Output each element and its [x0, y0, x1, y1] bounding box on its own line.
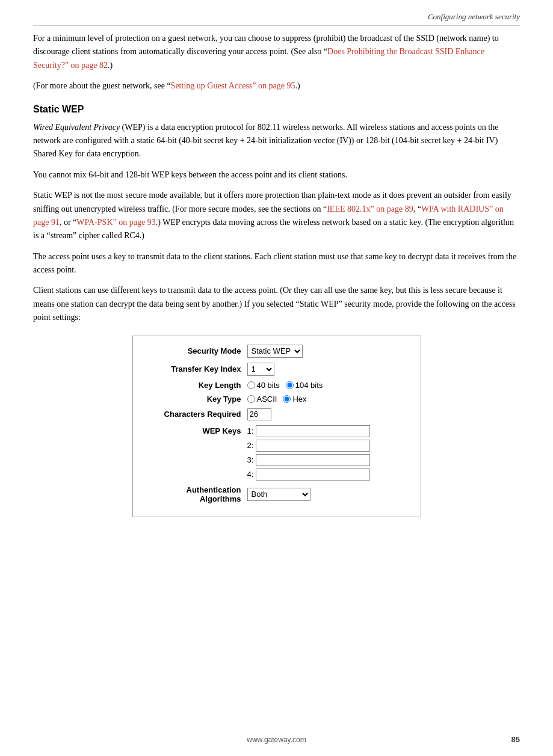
paragraph-3: Wired Equivalent Privacy (WEP) is a data…: [33, 121, 520, 161]
key-type-row: Key Type ASCII Hex: [145, 395, 409, 404]
transfer-key-index-row: Transfer Key Index 1 2 3 4: [145, 363, 409, 376]
wep-key-2-input[interactable]: [256, 440, 370, 452]
wep-key-1-row: 1:: [247, 425, 371, 437]
key-length-control: 40 bits 104 bits: [247, 381, 409, 390]
wep-key-4-label: 4:: [247, 470, 254, 479]
transfer-key-index-select[interactable]: 1 2 3 4: [247, 363, 274, 376]
wep-key-3-label: 3:: [247, 455, 254, 464]
header-title: Configuring network security: [428, 12, 520, 21]
page-header: Configuring network security: [33, 12, 520, 26]
wep-keys-inputs: 1: 2: 3: 4:: [247, 425, 371, 481]
transfer-key-index-label: Transfer Key Index: [145, 364, 247, 373]
static-wep-form: Security Mode Static WEP Transfer Key In…: [132, 336, 421, 517]
link-guest-access[interactable]: Setting up Guest Access” on page 95: [171, 81, 295, 90]
paragraph-7: Client stations can use different keys t…: [33, 284, 520, 324]
key-type-label: Key Type: [145, 395, 247, 404]
key-length-104-label[interactable]: 104 bits: [286, 381, 323, 390]
security-mode-label: Security Mode: [145, 346, 247, 355]
footer-page-number: 85: [511, 735, 520, 744]
security-mode-control: Static WEP: [247, 345, 409, 358]
transfer-key-index-control: 1 2 3 4: [247, 363, 409, 376]
wep-key-4-input[interactable]: [256, 469, 370, 481]
security-mode-select[interactable]: Static WEP: [247, 345, 303, 358]
link-wpa-psk[interactable]: WPA-PSK” on page 93: [76, 218, 155, 227]
paragraph-5: Static WEP is not the most secure mode a…: [33, 189, 520, 243]
key-length-40-label[interactable]: 40 bits: [247, 381, 280, 390]
key-type-ascii-radio[interactable]: [247, 395, 255, 403]
key-type-hex-radio[interactable]: [283, 395, 291, 403]
wired-equivalent-privacy-term: Wired Equivalent Privacy: [33, 123, 120, 132]
key-type-ascii-label[interactable]: ASCII: [247, 395, 277, 404]
paragraph-1: For a minimum level of protection on a g…: [33, 32, 520, 72]
wep-key-3-input[interactable]: [256, 454, 370, 466]
auth-algorithms-select[interactable]: Both Open System Shared Key: [247, 488, 310, 501]
footer-website: www.gateway.com: [0, 736, 553, 744]
key-type-hex-label[interactable]: Hex: [283, 395, 306, 404]
wep-key-1-label: 1:: [247, 426, 254, 435]
wep-key-2-row: 2:: [247, 440, 371, 452]
chars-required-label: Characters Required: [145, 410, 247, 419]
auth-algorithms-row: Authentication Algorithms Both Open Syst…: [145, 485, 409, 503]
key-length-label: Key Length: [145, 381, 247, 390]
paragraph-2: (For more about the guest network, see “…: [33, 79, 520, 93]
auth-algorithms-label: Authentication Algorithms: [145, 485, 247, 503]
wep-key-2-label: 2:: [247, 441, 254, 450]
chars-required-control: [247, 408, 409, 420]
link-ieee8021x[interactable]: IEEE 802.1x” on page 89: [327, 204, 413, 214]
wep-keys-row: WEP Keys 1: 2: 3: 4:: [145, 425, 409, 481]
paragraph-6: The access point uses a key to transmit …: [33, 250, 520, 277]
security-mode-row: Security Mode Static WEP: [145, 345, 409, 358]
wep-key-3-row: 3:: [247, 454, 371, 466]
auth-algorithms-control: Both Open System Shared Key: [247, 488, 409, 501]
section-heading-static-wep: Static WEP: [33, 104, 520, 115]
wep-key-1-input[interactable]: [256, 425, 370, 437]
chars-required-row: Characters Required: [145, 408, 409, 420]
key-length-row: Key Length 40 bits 104 bits: [145, 381, 409, 390]
key-type-control: ASCII Hex: [247, 395, 409, 404]
key-length-104-radio[interactable]: [286, 381, 294, 389]
paragraph-4: You cannot mix 64-bit and 128-bit WEP ke…: [33, 168, 520, 182]
key-length-40-radio[interactable]: [247, 381, 255, 389]
wep-key-4-row: 4:: [247, 469, 371, 481]
wep-keys-label: WEP Keys: [145, 425, 247, 435]
chars-required-input[interactable]: [247, 408, 271, 420]
